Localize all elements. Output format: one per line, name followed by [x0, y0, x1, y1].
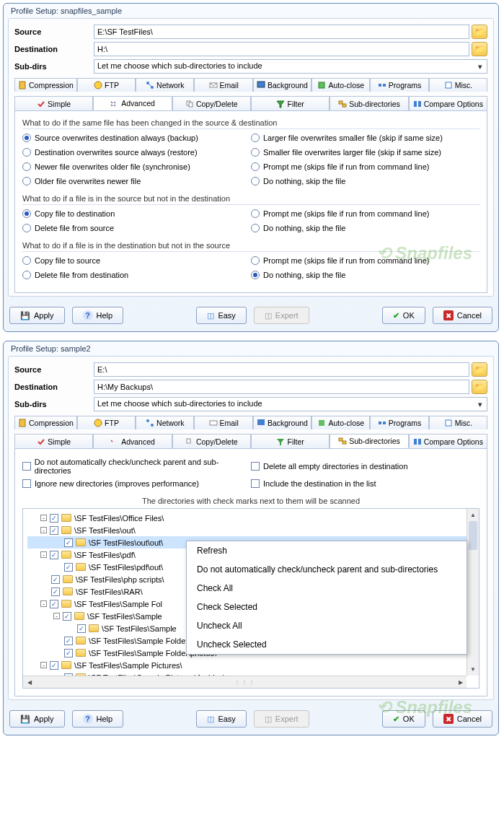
easy-button[interactable]: ◫Easy — [196, 710, 246, 728]
source-input[interactable] — [94, 362, 469, 377]
tab-misc[interactable]: Misc. — [429, 78, 487, 92]
tree-checkbox-icon[interactable] — [50, 514, 58, 523]
tree-toggle-icon[interactable]: - — [40, 551, 47, 558]
tree-checkbox-icon[interactable] — [50, 526, 58, 535]
subdirs-select[interactable]: Let me choose which sub-directories to i… — [94, 397, 487, 411]
context-menu-item[interactable]: Uncheck Selected — [187, 635, 467, 654]
tab-subdirectories[interactable]: Sub-directories — [330, 96, 408, 110]
vertical-scrollbar[interactable]: ▲ ▼ — [467, 509, 479, 676]
ok-button[interactable]: ✔OK — [382, 710, 425, 728]
tab-simple[interactable]: Simple — [14, 434, 93, 448]
tree-checkbox-icon[interactable] — [64, 637, 73, 645]
browse-destination-button[interactable]: 📁 — [472, 380, 487, 394]
checkbox-option[interactable]: Delete all empty directories in destinat… — [251, 458, 479, 475]
horizontal-scrollbar[interactable]: ◀ ⋮⋮⋮ ▶ — [23, 676, 467, 688]
radio-option[interactable]: Prompt me (skips file if run from comman… — [251, 256, 479, 265]
tree-toggle-icon[interactable]: - — [53, 613, 60, 619]
tab-copydelete[interactable]: Copy/Delete — [172, 96, 251, 110]
tab-advanced[interactable]: Advanced — [93, 96, 172, 110]
tab-compression[interactable]: Compression — [14, 416, 77, 429]
context-menu-item[interactable]: Check All — [187, 579, 467, 598]
radio-option[interactable]: Source overwrites destination always (ba… — [22, 134, 251, 142]
checkbox-option[interactable]: Do not automatically check/uncheck paren… — [22, 458, 251, 475]
tab-background[interactable]: Background — [253, 78, 311, 92]
browse-destination-button[interactable]: 📁 — [472, 42, 487, 56]
tree-toggle-icon[interactable]: - — [40, 527, 47, 533]
tab-compare[interactable]: Compare Options — [409, 96, 487, 110]
context-menu-item[interactable]: Check Selected — [187, 598, 467, 616]
ok-button[interactable]: ✔OK — [382, 307, 425, 324]
tree-row[interactable]: -\SF TestFiles\Sample Pictures\ — [27, 659, 474, 671]
apply-button[interactable]: 💾Apply — [9, 710, 65, 728]
tab-network[interactable]: Network — [136, 416, 194, 429]
tree-row[interactable]: -\SF TestFiles\Office Files\ — [27, 512, 474, 524]
scroll-grip-icon[interactable]: ⋮⋮⋮ — [35, 679, 454, 686]
tab-advanced[interactable]: Advanced — [93, 434, 172, 448]
scroll-thumb[interactable] — [469, 521, 477, 550]
radio-option[interactable]: Newer file overwrites older file (synchr… — [22, 162, 251, 171]
scroll-up-icon[interactable]: ▲ — [467, 509, 479, 521]
tree-toggle-icon[interactable]: - — [40, 662, 47, 668]
tab-simple[interactable]: Simple — [14, 96, 93, 110]
tab-programs[interactable]: Programs — [370, 416, 428, 429]
tab-network[interactable]: Network — [136, 78, 194, 92]
easy-button[interactable]: ◫Easy — [196, 307, 246, 324]
tab-ftp[interactable]: FTP — [77, 416, 136, 429]
tab-email[interactable]: Email — [194, 416, 252, 429]
tab-email[interactable]: Email — [194, 78, 252, 92]
scroll-left-icon[interactable]: ◀ — [23, 676, 35, 689]
scroll-down-icon[interactable]: ▼ — [467, 663, 479, 676]
tree-checkbox-icon[interactable] — [51, 575, 60, 584]
radio-option[interactable]: Do nothing, skip the file — [251, 224, 479, 232]
tab-programs[interactable]: Programs — [370, 78, 428, 92]
destination-input[interactable] — [94, 42, 469, 56]
tab-misc[interactable]: Misc. — [429, 416, 487, 429]
scroll-right-icon[interactable]: ▶ — [454, 676, 467, 689]
tab-background[interactable]: Background — [253, 416, 311, 429]
radio-option[interactable]: Destination overwrites source always (re… — [22, 148, 251, 157]
browse-source-button[interactable]: 📁 — [472, 362, 487, 377]
cancel-button[interactable]: ✖Cancel — [433, 307, 492, 324]
source-input[interactable] — [94, 25, 469, 39]
radio-option[interactable]: Copy file to destination — [22, 209, 251, 218]
tab-compression[interactable]: Compression — [14, 78, 77, 92]
radio-option[interactable]: Smaller file overwrites larger file (ski… — [251, 148, 479, 157]
tab-filter[interactable]: Filter — [251, 96, 330, 110]
tree-checkbox-icon[interactable] — [63, 612, 71, 621]
help-button[interactable]: ?Help — [72, 307, 124, 324]
tab-compare[interactable]: Compare Options — [409, 434, 487, 448]
tree-toggle-icon[interactable]: - — [40, 600, 47, 607]
radio-option[interactable]: Prompt me (skips file if run from comman… — [251, 162, 479, 171]
tree-checkbox-icon[interactable] — [50, 661, 58, 670]
radio-option[interactable]: Prompt me (skips file if run from comman… — [251, 209, 479, 218]
tree-checkbox-icon[interactable] — [51, 587, 60, 596]
tree-checkbox-icon[interactable] — [50, 600, 58, 608]
radio-option[interactable]: Delete file from destination — [22, 271, 251, 279]
radio-option[interactable]: Do nothing, skip the file — [251, 271, 479, 279]
radio-option[interactable]: Copy file to source — [22, 256, 251, 265]
tree-checkbox-icon[interactable] — [64, 563, 73, 572]
radio-option[interactable]: Do nothing, skip the file — [251, 177, 479, 185]
directory-tree[interactable]: -\SF TestFiles\Office Files\-\SF TestFil… — [22, 508, 479, 689]
subdirs-select[interactable]: Let me choose which sub-directories to i… — [94, 59, 487, 74]
tree-checkbox-icon[interactable] — [77, 624, 86, 633]
tab-autoclose[interactable]: Auto-close — [311, 78, 370, 92]
tab-subdirectories[interactable]: Sub-directories — [330, 434, 408, 448]
tab-copydelete[interactable]: Copy/Delete — [172, 434, 251, 448]
tree-checkbox-icon[interactable] — [50, 551, 58, 559]
tab-filter[interactable]: Filter — [251, 434, 330, 448]
browse-source-button[interactable]: 📁 — [472, 25, 487, 39]
tree-checkbox-icon[interactable] — [64, 538, 73, 547]
tree-checkbox-icon[interactable] — [64, 649, 73, 658]
expert-button[interactable]: ◫Expert — [254, 307, 309, 324]
help-button[interactable]: ?Help — [72, 710, 124, 728]
tab-ftp[interactable]: FTP — [77, 78, 136, 92]
context-menu-item[interactable]: Uncheck All — [187, 616, 467, 635]
checkbox-option[interactable]: Ignore new directories (improves perform… — [22, 479, 251, 488]
expert-button[interactable]: ◫Expert — [254, 710, 309, 728]
context-menu-item[interactable]: Do not automatically check/uncheck paren… — [187, 560, 467, 579]
tab-autoclose[interactable]: Auto-close — [311, 416, 370, 429]
radio-option[interactable]: Delete file from source — [22, 224, 251, 232]
context-menu-item[interactable]: Refresh — [187, 541, 467, 560]
destination-input[interactable] — [94, 380, 469, 394]
